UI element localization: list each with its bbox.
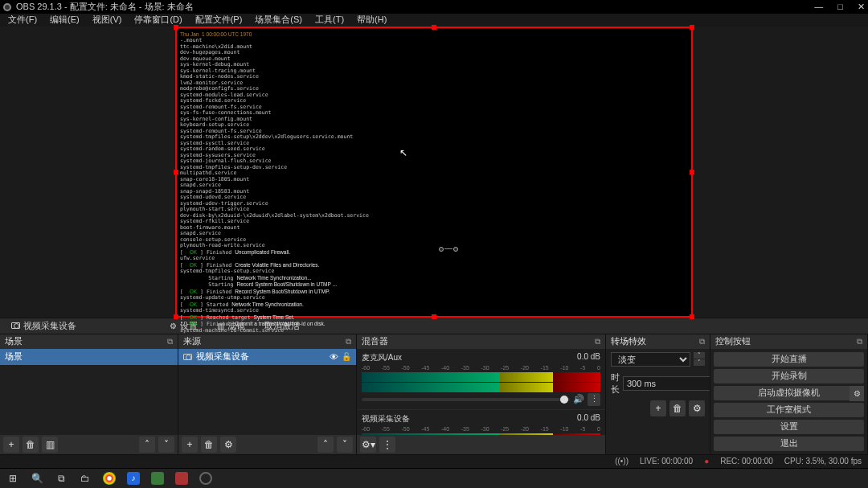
add-source-button[interactable]: + (182, 437, 198, 453)
resize-handle[interactable] (432, 314, 436, 319)
volume-slider[interactable] (362, 398, 570, 401)
docks: 场景⧉ 场景 + 🗑 ▥ ˄ ˅ 来源⧉ 视频采集设备 👁 🔓 + 🗑 ⚙ (0, 334, 868, 454)
visibility-toggle-icon[interactable]: 👁 (330, 352, 338, 362)
start-stream-button[interactable]: 开始直播 (714, 352, 864, 367)
status-bar: ((•)) LIVE: 00:00:00 ● REC: 00:00:00 CPU… (0, 454, 868, 468)
controls-dock: 控制按钮⧉ 开始直播 开始录制 启动虚拟摄像机⚙ 工作室模式 设置 退出 (710, 334, 868, 454)
transition-properties-button[interactable]: ⚙ (689, 400, 705, 416)
search-button[interactable]: 🔍 (26, 469, 48, 488)
minimize-button[interactable]: — (814, 2, 823, 12)
add-scene-button[interactable]: + (3, 437, 19, 453)
pop-out-icon[interactable]: ⧉ (699, 337, 705, 347)
source-properties-button[interactable]: ⚙ (220, 437, 236, 453)
duration-label: 时长 (611, 371, 620, 396)
move-down-button[interactable]: ˅ (337, 437, 353, 453)
move-up-button[interactable]: ˄ (139, 437, 155, 453)
mixer-settings-button[interactable]: ⚙▾ (360, 437, 376, 453)
maximize-button[interactable]: □ (837, 2, 843, 12)
pop-out-icon[interactable]: ⧉ (346, 337, 351, 347)
preview-area[interactable]: Thu Jan 1 00:00:00 UTC 1970 -.mount ttc-… (0, 27, 868, 318)
gear-icon: ⚙ (170, 322, 177, 330)
resize-handle[interactable] (174, 314, 178, 319)
scenes-title: 场景 (5, 335, 23, 347)
camera-icon (11, 322, 20, 329)
source-item[interactable]: 视频采集设备 👁 🔓 (178, 349, 356, 365)
add-transition-button[interactable]: + (650, 400, 666, 416)
start-record-button[interactable]: 开始录制 (714, 369, 864, 383)
menu-edit[interactable]: 编辑(E) (45, 14, 84, 26)
mixer-db-value: 0.0 dB (577, 413, 600, 424)
menu-file[interactable]: 文件(F) (3, 14, 42, 26)
resize-handle[interactable] (690, 25, 694, 30)
scenes-dock: 场景⧉ 场景 + 🗑 ▥ ˄ ˅ (0, 334, 178, 454)
start-button[interactable]: ⊞ (2, 469, 24, 488)
vu-meter (362, 372, 600, 382)
resize-handle[interactable] (432, 25, 436, 30)
preview-canvas[interactable]: Thu Jan 1 00:00:00 UTC 1970 -.mount ttc-… (175, 27, 693, 318)
rec-status: REC: 00:00:00 (720, 457, 773, 465)
mixer-title: 混音器 (362, 335, 388, 347)
app-button[interactable]: ♪ (122, 469, 145, 488)
remove-source-button[interactable]: 🗑 (201, 437, 217, 453)
pop-out-icon[interactable]: ⧉ (167, 337, 173, 347)
sources-title: 来源 (183, 335, 201, 347)
cpu-status: CPU: 3.5%, 30.00 fps (784, 457, 862, 465)
remove-scene-button[interactable]: 🗑 (23, 437, 39, 453)
scene-item[interactable]: 场景 (0, 349, 178, 365)
resize-handle[interactable] (174, 25, 178, 30)
spin-down-icon[interactable]: ˅ (694, 359, 705, 366)
resize-handle[interactable] (174, 170, 178, 174)
channel-menu-button[interactable]: ⋮ (588, 393, 600, 406)
mixer-menu-button[interactable]: ⋮ (379, 437, 395, 453)
vu-meter (362, 433, 600, 435)
menu-profile[interactable]: 配置文件(P) (190, 14, 248, 26)
mixer-db-value: 0.0 dB (577, 352, 600, 363)
lock-toggle-icon[interactable]: 🔓 (342, 352, 351, 361)
settings-button[interactable]: 设置 (714, 420, 864, 434)
vu-meter (362, 383, 600, 392)
mixer-channel: 视频采集设备0.0 dB-60-55-50-45-40-35-30-25-20-… (357, 410, 605, 435)
pop-out-icon[interactable]: ⧉ (857, 337, 862, 347)
transition-type-select[interactable]: 淡变 (611, 352, 690, 367)
app-button[interactable] (170, 469, 193, 488)
menu-help[interactable]: 帮助(H) (352, 14, 391, 26)
studio-mode-button[interactable]: 工作室模式 (714, 403, 864, 417)
window-title: OBS 29.1.3 - 配置文件: 未命名 - 场景: 未命名 (16, 1, 814, 13)
speaker-icon[interactable]: 🔊 (573, 394, 584, 404)
mixer-channel-name: 麦克风/Aux (362, 352, 402, 363)
transitions-title: 转场特效 (611, 335, 646, 347)
menu-tools[interactable]: 工具(T) (310, 14, 349, 26)
start-virtual-cam-button[interactable]: 启动虚拟摄像机⚙ (714, 386, 864, 400)
spin-up-icon[interactable]: ˄ (694, 352, 705, 359)
obs-logo-icon (3, 3, 11, 11)
camera-icon (183, 354, 192, 360)
exit-button[interactable]: 退出 (714, 437, 864, 451)
resize-handle[interactable] (690, 170, 694, 174)
duration-input[interactable] (623, 376, 710, 391)
gear-icon[interactable]: ⚙ (850, 386, 864, 401)
move-down-button[interactable]: ˅ (158, 437, 174, 453)
stream-signal-icon: ((•)) (615, 457, 628, 465)
move-up-button[interactable]: ˄ (317, 437, 334, 453)
remove-transition-button[interactable]: 🗑 (669, 400, 686, 416)
cursor-icon: ↖ (399, 147, 407, 158)
file-explorer-button[interactable]: 🗀 (74, 469, 96, 488)
task-view-button[interactable]: ⧉ (50, 469, 72, 488)
resize-handle[interactable] (690, 314, 694, 319)
overlay-slider (438, 247, 459, 252)
windows-taskbar: ⊞ 🔍 ⧉ 🗀 ♪ (0, 468, 868, 488)
pop-out-icon[interactable]: ⧉ (595, 337, 600, 347)
controls-title: 控制按钮 (715, 335, 751, 347)
menu-view[interactable]: 视图(V) (88, 14, 127, 26)
obs-taskbar-button[interactable] (194, 469, 217, 488)
chrome-button[interactable] (98, 469, 121, 488)
captured-video-content: Thu Jan 1 00:00:00 UTC 1970 -.mount ttc-… (177, 28, 691, 338)
live-status: LIVE: 00:00:00 (640, 457, 693, 465)
context-source-name: 视频采集设备 (6, 318, 81, 334)
scene-filters-button[interactable]: ▥ (42, 437, 58, 453)
close-button[interactable]: ✕ (858, 2, 865, 12)
app-button[interactable] (146, 469, 169, 488)
menu-scene-collection[interactable]: 场景集合(S) (250, 14, 307, 26)
sources-dock: 来源⧉ 视频采集设备 👁 🔓 + 🗑 ⚙ ˄ ˅ (178, 334, 357, 454)
transitions-dock: 转场特效⧉ 淡变 ˄˅ 时长 ˄˅ + 🗑 ⚙ (606, 334, 710, 454)
